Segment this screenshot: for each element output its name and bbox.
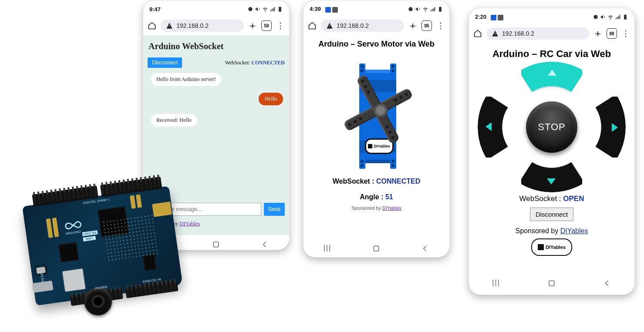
- arduino-board-image: // populate header pins visually ARDUINO…: [0, 157, 207, 326]
- chevron-right-icon: [612, 123, 618, 132]
- nav-recents-icon[interactable]: |||: [324, 244, 332, 253]
- app-icon: [491, 15, 496, 20]
- diyables-logo: DIYables: [531, 238, 572, 256]
- signal-icon: [430, 6, 436, 12]
- battery-icon: [622, 14, 628, 20]
- dpad: STOP: [480, 64, 624, 190]
- svg-rect-0: [214, 242, 219, 247]
- app-icon: [498, 15, 503, 20]
- new-tab-icon[interactable]: ＋: [248, 21, 257, 30]
- page-content: Arduino – RC Car via Web STOP WebSocket …: [469, 43, 634, 274]
- new-tab-icon[interactable]: ＋: [593, 29, 602, 38]
- page-title: Arduino – Servo Motor via Web: [308, 40, 445, 49]
- qwiic-connector: [152, 201, 172, 217]
- url-text: 192.168.0.2: [502, 30, 534, 37]
- led-matrix: [101, 214, 159, 262]
- svg-rect-1: [374, 246, 379, 251]
- send-button[interactable]: Send: [264, 203, 285, 216]
- browser-toolbar: 192.168.0.2 ＋ 59 ⋮: [143, 15, 289, 35]
- nav-back-icon[interactable]: [260, 240, 269, 249]
- alarm-icon: [247, 6, 253, 12]
- chevron-down-icon: [547, 178, 556, 184]
- status-icons: [247, 6, 283, 12]
- status-time: 4:39: [310, 6, 321, 12]
- phone-rc-car: 2:20 192.168.0.2 ＋ 89 ⋮ Arduino – RC Car…: [469, 8, 635, 295]
- wifi-icon: [262, 6, 268, 12]
- phone-servo: 4:39 192.168.0.2 ＋ 95 ⋮ Arduino – Servo …: [303, 0, 450, 258]
- not-secure-icon: [492, 30, 499, 37]
- status-time: 9:47: [149, 6, 161, 13]
- status-app-icons: [491, 15, 503, 20]
- home-icon[interactable]: [308, 21, 317, 30]
- chat-message-incoming: Received: Hello: [151, 114, 197, 127]
- signal-icon: [270, 6, 276, 12]
- tab-count[interactable]: 95: [421, 20, 432, 31]
- mute-icon: [255, 6, 261, 12]
- nav-recents-icon[interactable]: |||: [492, 279, 501, 288]
- status-time: 2:20: [475, 13, 486, 20]
- not-secure-icon: [166, 22, 173, 29]
- sponsor-line: Sponsored by DIYables: [473, 227, 630, 235]
- battery-icon: [277, 6, 283, 12]
- nav-back-icon[interactable]: [421, 244, 429, 253]
- page-title: Arduino – RC Car via Web: [473, 48, 630, 60]
- svg-rect-2: [549, 281, 554, 286]
- status-bar: 2:20: [469, 8, 634, 23]
- tab-count[interactable]: 59: [261, 20, 272, 31]
- disconnect-button[interactable]: Disconnect: [530, 208, 573, 221]
- chat-message-outgoing: Hello: [259, 93, 283, 105]
- regulator-chip: [142, 254, 157, 271]
- page-title: Arduino WebSocket: [148, 41, 285, 51]
- websocket-status: WebSocket : OPEN: [473, 195, 630, 203]
- home-icon[interactable]: [148, 21, 156, 30]
- new-tab-icon[interactable]: ＋: [408, 21, 417, 30]
- servo-graphic[interactable]: DIYables: [333, 57, 420, 170]
- page-content: Arduino – Servo Motor via Web DIYables: [303, 35, 449, 239]
- status-app-icons: [325, 7, 338, 13]
- alarm-icon: [593, 14, 599, 20]
- android-navbar: |||: [469, 274, 634, 293]
- nav-home-icon[interactable]: [372, 244, 381, 253]
- menu-icon[interactable]: ⋮: [276, 21, 285, 30]
- url-bar[interactable]: 192.168.0.2: [321, 20, 404, 32]
- wifi-icon: [422, 6, 428, 12]
- angle-readout: Angle : 51: [308, 193, 445, 201]
- nav-back-icon[interactable]: [603, 279, 611, 288]
- status-icons: [593, 14, 628, 20]
- mute-icon: [415, 6, 421, 12]
- url-text: 192.168.0.2: [337, 22, 369, 29]
- menu-icon[interactable]: ⋮: [621, 29, 630, 38]
- chevron-left-icon: [486, 122, 492, 131]
- disconnect-button[interactable]: Disconnect: [148, 57, 182, 68]
- battery-icon: [437, 6, 443, 12]
- wifi-icon: [607, 14, 614, 20]
- android-navbar: |||: [303, 239, 449, 258]
- url-bar[interactable]: 192.168.0.2: [486, 27, 589, 40]
- stop-button[interactable]: STOP: [526, 101, 577, 153]
- wifi-chip: [58, 242, 79, 262]
- app-icon: [325, 7, 331, 13]
- url-text: 192.168.0.2: [176, 22, 209, 29]
- sponsor-link[interactable]: DIYables: [382, 205, 401, 211]
- status-bar: 4:39: [303, 0, 449, 15]
- app-icon: [332, 7, 338, 13]
- mute-icon: [600, 14, 606, 20]
- tab-count[interactable]: 89: [607, 28, 617, 39]
- browser-toolbar: 192.168.0.2 ＋ 95 ⋮: [303, 15, 449, 35]
- websocket-status: WebSocket: CONNECTED: [225, 60, 285, 66]
- sponsor-line: Sponsored by DIYables: [308, 205, 445, 211]
- chat-message-incoming: Hello from Arduino server!: [151, 73, 221, 86]
- status-bar: 9:47: [143, 0, 289, 15]
- home-icon[interactable]: [473, 29, 482, 38]
- menu-icon[interactable]: ⋮: [436, 21, 445, 30]
- not-secure-icon: [326, 22, 333, 29]
- status-icons: [408, 6, 443, 12]
- wifi-module-shield: [62, 268, 86, 292]
- alarm-icon: [408, 6, 414, 12]
- chevron-up-icon: [548, 70, 556, 76]
- nav-home-icon[interactable]: [547, 279, 556, 288]
- sponsor-link[interactable]: DIYables: [560, 227, 588, 235]
- url-bar[interactable]: 192.168.0.2: [161, 20, 244, 32]
- servo-horn[interactable]: [328, 59, 428, 159]
- nav-home-icon[interactable]: [212, 240, 220, 249]
